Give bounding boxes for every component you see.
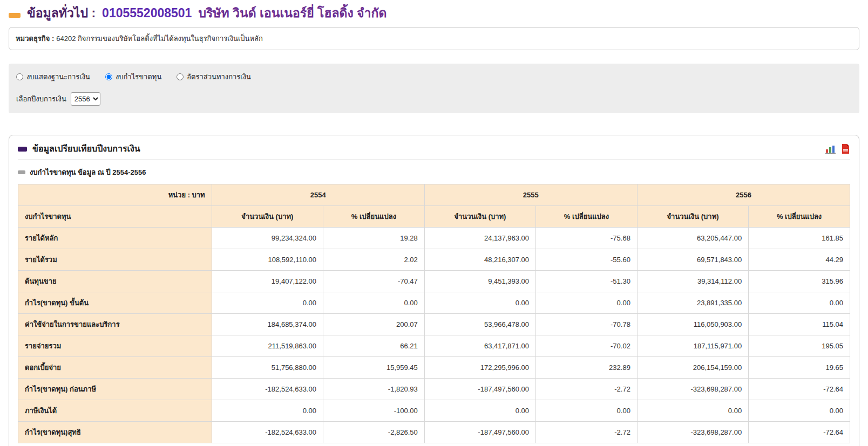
- report-type-radio[interactable]: [105, 73, 112, 80]
- amount-cell: 184,685,374.00: [212, 314, 323, 335]
- row-label: รายได้หลัก: [18, 228, 212, 249]
- amount-cell: 9,451,393.00: [424, 271, 535, 292]
- year-select[interactable]: 2556: [71, 92, 100, 106]
- report-type-label: งบแสดงฐานะการเงิน: [26, 71, 90, 83]
- amount-cell: -182,524,633.00: [212, 379, 323, 400]
- report-type-option-1[interactable]: งบแสดงฐานะการเงิน: [16, 71, 90, 83]
- change-cell: -70.47: [323, 271, 424, 292]
- change-cell: 200.07: [323, 314, 424, 335]
- change-header-2554: % เปลี่ยนแปลง: [323, 206, 424, 228]
- change-cell: 115.04: [749, 314, 850, 335]
- change-cell: -2.72: [536, 422, 638, 443]
- table-row: กำไร(ขาดทุน)สุทธิ-182,524,633.00-2,826.5…: [18, 422, 850, 443]
- change-header-2556: % เปลี่ยนแปลง: [749, 206, 850, 228]
- amount-cell: 116,050,903.00: [637, 314, 748, 335]
- orange-dash-icon: [9, 13, 21, 18]
- page: ข้อมูลทั่วไป : 0105552008501 บริษัท วินด…: [0, 0, 868, 446]
- amount-header-2556: จำนวนเงิน (บาท): [637, 206, 748, 228]
- panel-header: ข้อมูลเปรียบเทียบปีงบการเงิน: [18, 135, 850, 160]
- report-type-option-2[interactable]: งบกำไรขาดทุน: [105, 71, 161, 83]
- change-cell: -75.68: [536, 228, 638, 249]
- report-type-radiogroup: งบแสดงฐานะการเงินงบกำไรขาดทุนอัตราส่วนทา…: [16, 71, 852, 83]
- amount-cell: -323,698,287.00: [637, 422, 748, 443]
- amount-cell: 0.00: [212, 292, 323, 314]
- table-row: รายได้รวม108,592,110.002.0248,216,307.00…: [18, 249, 850, 271]
- change-cell: 66.21: [323, 335, 424, 357]
- amount-cell: -182,524,633.00: [212, 422, 323, 443]
- amount-cell: 108,592,110.00: [212, 249, 323, 271]
- amount-cell: 206,154,159.00: [637, 357, 748, 379]
- year-header-2554: 2554: [212, 184, 424, 206]
- amount-cell: 19,407,122.00: [212, 271, 323, 292]
- amount-cell: 211,519,863.00: [212, 335, 323, 357]
- business-category-box: หมวดธุรกิจ :64202 กิจกรรมของบริษัทโฮลดิ้…: [9, 27, 859, 50]
- change-cell: 15,959.45: [323, 357, 424, 379]
- year-select-label: เลือกปีงบการเงิน: [16, 93, 66, 105]
- amount-cell: 24,137,963.00: [424, 228, 535, 249]
- report-type-radio[interactable]: [16, 73, 23, 80]
- change-cell: -72.64: [749, 379, 850, 400]
- bar-chart-export-icon[interactable]: [825, 145, 836, 154]
- change-cell: -70.02: [536, 335, 638, 357]
- panel-export-icons: [825, 144, 850, 154]
- amount-cell: 51,756,880.00: [212, 357, 323, 379]
- panel-subtitle: งบกำไรขาดทุน ข้อมูล ณ ปี 2554-2556: [30, 167, 146, 178]
- amount-cell: -187,497,560.00: [424, 379, 535, 400]
- report-mini-icon: [18, 170, 25, 174]
- change-cell: 2.02: [323, 249, 424, 271]
- page-header: ข้อมูลทั่วไป : 0105552008501 บริษัท วินด…: [9, 0, 859, 22]
- amount-header-2554: จำนวนเงิน (บาท): [212, 206, 323, 228]
- change-cell: -1,820.93: [323, 379, 424, 400]
- year-header-row: หน่วย : บาท 2554 2555 2556: [18, 184, 850, 206]
- page-title: ข้อมูลทั่วไป :: [27, 5, 96, 22]
- change-cell: 232.89: [536, 357, 638, 379]
- purple-dash-icon: [18, 147, 27, 152]
- row-label: ดอกเบี้ยจ่าย: [18, 357, 212, 379]
- amount-cell: 0.00: [637, 400, 748, 422]
- business-category-label: หมวดธุรกิจ :: [16, 35, 54, 43]
- change-cell: -72.64: [749, 422, 850, 443]
- table-row: ภาษีเงินได้0.00-100.000.000.000.000.00: [18, 400, 850, 422]
- table-row: รายจ่ายรวม211,519,863.0066.2163,417,871.…: [18, 335, 850, 357]
- year-header-2555: 2555: [424, 184, 637, 206]
- report-type-option-3[interactable]: อัตราส่วนทางการเงิน: [177, 71, 251, 83]
- pl-table-body: รายได้หลัก99,234,324.0019.2824,137,963.0…: [18, 228, 850, 443]
- business-category-value: 64202 กิจกรรมของบริษัทโฮลดิ้งที่ไม่ได้ลง…: [56, 35, 263, 43]
- change-cell: -2.72: [536, 379, 638, 400]
- amount-cell: 172,295,996.00: [424, 357, 535, 379]
- table-row: กำไร(ขาดทุน) ขั้นต้น0.000.000.000.0023,8…: [18, 292, 850, 314]
- year-select-row: เลือกปีงบการเงิน 2556: [16, 92, 852, 106]
- row-label: ค่าใช้จ่ายในการขายและบริการ: [18, 314, 212, 335]
- change-cell: 0.00: [749, 400, 850, 422]
- change-cell: -51.30: [536, 271, 638, 292]
- change-cell: 161.85: [749, 228, 850, 249]
- report-type-radio[interactable]: [177, 73, 184, 80]
- change-cell: 195.05: [749, 335, 850, 357]
- row-group-header: งบกำไรขาดทุน: [18, 206, 212, 228]
- change-header-2555: % เปลี่ยนแปลง: [536, 206, 638, 228]
- unit-header: หน่วย : บาท: [18, 184, 212, 206]
- table-row: ค่าใช้จ่ายในการขายและบริการ184,685,374.0…: [18, 314, 850, 335]
- table-row: รายได้หลัก99,234,324.0019.2824,137,963.0…: [18, 228, 850, 249]
- change-cell: 0.00: [536, 400, 638, 422]
- change-cell: 0.00: [536, 292, 638, 314]
- amount-cell: 48,216,307.00: [424, 249, 535, 271]
- change-cell: 19.28: [323, 228, 424, 249]
- pdf-export-icon[interactable]: [841, 144, 850, 154]
- profit-loss-table: หน่วย : บาท 2554 2555 2556 งบกำไรขาดทุน …: [18, 184, 850, 443]
- amount-cell: 187,115,971.00: [637, 335, 748, 357]
- amount-cell: 63,205,447.00: [637, 228, 748, 249]
- change-cell: -100.00: [323, 400, 424, 422]
- change-cell: 44.29: [749, 249, 850, 271]
- row-label: กำไร(ขาดทุน) ก่อนภาษี: [18, 379, 212, 400]
- row-label: กำไร(ขาดทุน)สุทธิ: [18, 422, 212, 443]
- table-row: กำไร(ขาดทุน) ก่อนภาษี-182,524,633.00-1,8…: [18, 379, 850, 400]
- change-cell: -2,826.50: [323, 422, 424, 443]
- company-registration-id: 0105552008501: [102, 5, 192, 22]
- amount-cell: 53,966,478.00: [424, 314, 535, 335]
- change-cell: 315.96: [749, 271, 850, 292]
- change-cell: -55.60: [536, 249, 638, 271]
- amount-cell: 69,571,843.00: [637, 249, 748, 271]
- row-label: รายจ่ายรวม: [18, 335, 212, 357]
- year-header-2556: 2556: [637, 184, 850, 206]
